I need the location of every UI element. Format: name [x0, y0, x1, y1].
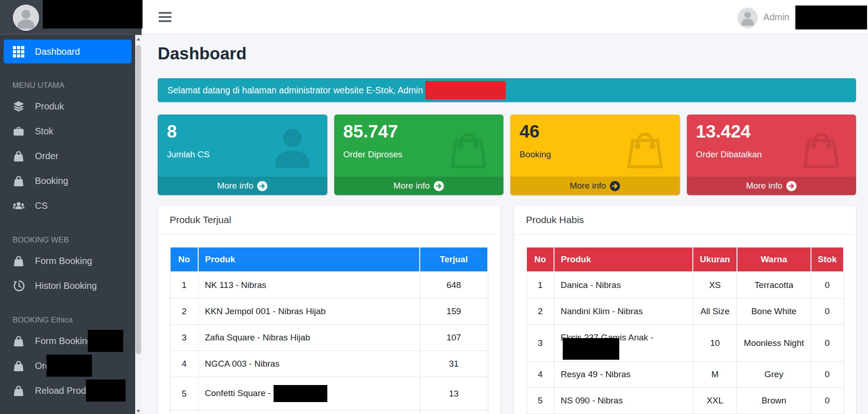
cards-row: Produk Terjual No Produk Terjual — [158, 206, 856, 414]
redaction-sidebar-item — [46, 355, 92, 377]
info-box-jumlah-cs: 8 Jumlah CS More info — [158, 115, 327, 195]
table-row: 4 Resya 49 - Nibras M Grey 0 — [526, 362, 844, 388]
welcome-alert: Selamat datang di halaman administrator … — [158, 78, 856, 102]
sidebar-item-label: Histori Booking — [35, 281, 97, 291]
user-name-label: Admin — [763, 12, 789, 23]
table-row: 3 Eksis 237 Gamis Anak - 10 Moonless Nig… — [526, 325, 844, 362]
info-box-order-diproses: 85.747 Order Diproses More info — [334, 115, 504, 195]
shopping-bag-icon — [623, 126, 667, 170]
more-info-link[interactable]: More info — [334, 177, 504, 195]
arrow-circle-icon — [610, 181, 620, 191]
more-info-label: More info — [217, 181, 253, 191]
table-row: 1 NK 113 - Nibras 648 — [170, 272, 488, 299]
sidebar-section-header: MENU UTAMA — [4, 79, 131, 92]
redaction-sidebar-item — [88, 330, 123, 352]
redaction-product-name — [274, 385, 327, 402]
sidebar-toggle-button[interactable] — [159, 12, 171, 22]
table-row: 5 Confetti Square - 13 — [170, 377, 488, 410]
sidebar-item-form-booking[interactable]: Form Booking — [4, 248, 131, 273]
scrollbar-down-arrow[interactable] — [135, 408, 142, 414]
more-info-label: More info — [570, 181, 606, 191]
sidebar-item-label: Produk — [35, 101, 64, 112]
briefcase-icon — [12, 125, 25, 138]
more-info-link[interactable]: More info — [158, 177, 327, 195]
more-info-label: More info — [394, 181, 430, 191]
sidebar-item-label: Stok — [35, 126, 53, 137]
shopping-bag-icon — [12, 255, 25, 267]
table-row: 1 Danica - Nibras XS Terracotta 0 — [526, 272, 844, 299]
sidebar-item-produk[interactable]: Produk — [4, 94, 131, 119]
more-info-link[interactable]: More info — [687, 177, 857, 195]
history-icon — [12, 280, 25, 292]
top-navbar: Admin — [142, 0, 868, 34]
sidebar-section-header: BOOKING WEB — [4, 234, 131, 247]
sidebar-section-header: BOOKING Ethica — [4, 314, 131, 327]
brand-avatar — [13, 5, 39, 31]
shopping-bag-icon — [12, 335, 25, 347]
app-root: Dashboard MENU UTAMA Produk Stok Order — [0, 0, 868, 414]
arrow-circle-icon — [434, 181, 444, 191]
sidebar-item-label: Form Booking — [35, 336, 92, 346]
info-box-booking: 46 Booking More info — [510, 115, 680, 195]
sidebar-item-dashboard[interactable]: Dashboard — [4, 40, 131, 63]
sidebar-item-histori-booking[interactable]: Histori Booking — [4, 273, 131, 298]
user-menu[interactable]: Admin — [738, 0, 867, 34]
column-header-stok: Stok — [811, 247, 844, 272]
table-row: 3 Zafia Square - Nibras Hijab 107 — [170, 325, 488, 351]
users-icon — [12, 200, 25, 212]
sidebar-item-label: Dashboard — [35, 46, 80, 57]
page-title: Dashboard — [158, 44, 856, 64]
grid-icon — [12, 46, 25, 58]
produk-habis-table: No Produk Ukuran Warna Stok 1 Danica - N… — [526, 247, 844, 414]
table-row: 5 NS 090 - Nibras XXL Brown 0 — [526, 388, 844, 414]
arrow-circle-icon — [257, 181, 268, 191]
redaction-welcome-name — [425, 81, 506, 99]
info-box-row: 8 Jumlah CS More info 85.747 Order Dipro… — [158, 115, 856, 195]
sidebar-menu: Dashboard MENU UTAMA Produk Stok Order — [0, 35, 135, 403]
produk-terjual-table: No Produk Terjual 1 NK 113 - Nibras 648 — [170, 247, 488, 414]
column-header-terjual: Terjual — [420, 247, 488, 272]
table-row-partial — [170, 410, 488, 414]
table-row: 4 NGCA 003 - Nibras 31 — [170, 351, 488, 377]
produk-terjual-card: Produk Terjual No Produk Terjual — [158, 206, 500, 414]
sidebar-item-form-booking-ethica[interactable]: Form Booking — [4, 328, 131, 353]
sidebar-item-label: Order — [35, 151, 58, 161]
sidebar-item-stok[interactable]: Stok — [4, 119, 131, 144]
card-title: Produk Terjual — [158, 206, 500, 235]
sidebar-item-cs[interactable]: CS — [4, 193, 131, 218]
layers-icon — [12, 100, 25, 113]
sidebar-scrollbar[interactable] — [135, 35, 142, 414]
main-content: Dashboard Selamat datang di halaman admi… — [142, 34, 868, 414]
scrollbar-thumb[interactable] — [136, 45, 141, 354]
shopping-bag-icon — [12, 385, 25, 397]
info-box-order-dibatalkan: 13.424 Order Dibatalkan More info — [687, 115, 857, 195]
scrollbar-up-arrow[interactable] — [135, 36, 142, 42]
sidebar-item-order[interactable]: Order — [4, 144, 131, 168]
shopping-bag-icon — [799, 126, 843, 170]
shopping-bag-icon — [446, 126, 491, 170]
column-header-no: No — [526, 247, 554, 272]
redaction-sidebar-item — [86, 380, 126, 402]
user-avatar — [738, 8, 757, 27]
sidebar-item-label: Form Booking — [35, 256, 92, 266]
sidebar-item-label: CS — [35, 201, 48, 211]
column-header-produk: Produk — [554, 247, 693, 272]
card-title: Produk Habis — [514, 206, 856, 235]
table-row: 2 KKN Jempol 001 - Nibras Hijab 159 — [170, 299, 488, 325]
sidebar: Dashboard MENU UTAMA Produk Stok Order — [0, 0, 142, 414]
column-header-no: No — [170, 247, 198, 272]
sidebar-brand[interactable] — [0, 0, 142, 34]
produk-habis-card: Produk Habis No Produk Ukuran Warna Stok — [514, 206, 856, 414]
shopping-bag-icon — [12, 360, 25, 372]
sidebar-item-reload-produk[interactable]: Reload Produk — [4, 378, 131, 403]
more-info-label: More info — [746, 181, 782, 191]
sidebar-item-booking[interactable]: Booking — [4, 168, 131, 193]
arrow-circle-icon — [786, 181, 797, 191]
shopping-bag-icon — [12, 175, 25, 187]
more-info-link[interactable]: More info — [510, 177, 680, 195]
person-icon — [270, 126, 314, 170]
sidebar-item-order-ethica[interactable]: Order — [4, 353, 131, 378]
redaction-user-name — [795, 6, 867, 29]
redaction-brand-name — [43, 0, 143, 29]
column-header-ukuran: Ukuran — [693, 247, 737, 272]
